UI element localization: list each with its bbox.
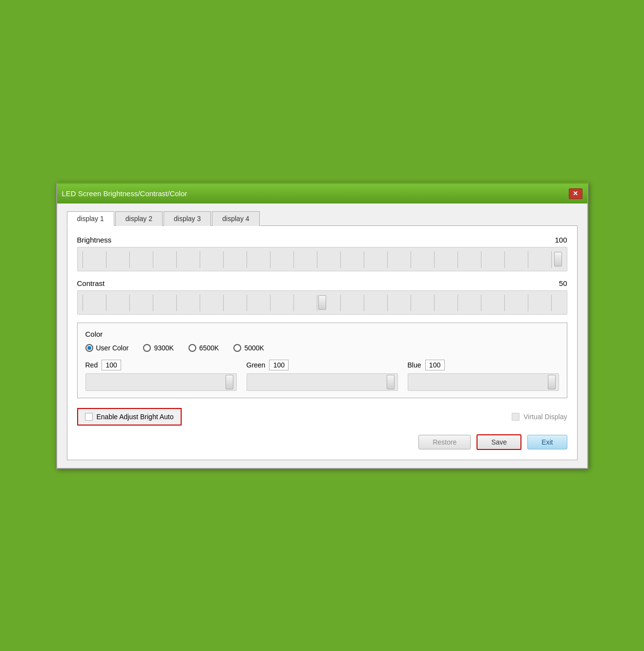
brightness-label: Brightness bbox=[77, 236, 112, 244]
radio-6500k[interactable]: 6500K bbox=[188, 344, 219, 352]
window-title: LED Screen Brightness/Contrast/Color bbox=[62, 189, 187, 198]
green-slider[interactable] bbox=[250, 381, 395, 383]
color-radio-row: User Color 9300K 6500K 5000K bbox=[85, 344, 559, 352]
green-value: 100 bbox=[269, 360, 289, 370]
enable-adjust-checkbox[interactable] bbox=[85, 413, 93, 421]
radio-5000k[interactable]: 5000K bbox=[233, 344, 264, 352]
tab-display-2[interactable]: display 2 bbox=[115, 211, 163, 226]
radio-6500k-label: 6500K bbox=[199, 344, 219, 352]
radio-5000k-label: 5000K bbox=[244, 344, 264, 352]
contrast-label-row: Contrast 50 bbox=[77, 279, 567, 287]
tab-bar: display 1 display 2 display 3 display 4 bbox=[67, 211, 578, 226]
radio-5000k-indicator bbox=[233, 344, 241, 352]
blue-slider-container[interactable] bbox=[408, 373, 559, 391]
red-label: Red bbox=[85, 361, 98, 369]
green-slider-container[interactable] bbox=[247, 373, 398, 391]
contrast-label: Contrast bbox=[77, 279, 105, 287]
green-label: Green bbox=[247, 361, 266, 369]
tab-display-4[interactable]: display 4 bbox=[212, 211, 259, 226]
red-slider[interactable] bbox=[89, 381, 233, 383]
rgb-row: Red 100 Green 100 bbox=[85, 360, 559, 391]
brightness-slider-container[interactable]: input[type=range]::-webkit-slider-thumb … bbox=[77, 247, 567, 271]
green-label-row: Green 100 bbox=[247, 360, 398, 370]
virtual-display-area: Virtual Display bbox=[512, 413, 567, 421]
restore-button[interactable]: Restore bbox=[418, 435, 471, 449]
brightness-value: 100 bbox=[555, 236, 567, 244]
tab-content: Brightness 100 input[type=range]::-webki… bbox=[67, 225, 578, 460]
blue-col: Blue 100 bbox=[408, 360, 559, 391]
main-window: LED Screen Brightness/Contrast/Color ✕ d… bbox=[56, 183, 588, 469]
exit-button[interactable]: Exit bbox=[527, 435, 567, 449]
radio-6500k-indicator bbox=[188, 344, 196, 352]
radio-9300k[interactable]: 9300K bbox=[143, 344, 173, 352]
radio-user-color-label: User Color bbox=[96, 344, 129, 352]
red-slider-container[interactable] bbox=[85, 373, 237, 391]
tab-display-1[interactable]: display 1 bbox=[67, 211, 114, 226]
window-body: display 1 display 2 display 3 display 4 … bbox=[57, 203, 587, 468]
save-button[interactable]: Save bbox=[477, 434, 521, 450]
blue-value: 100 bbox=[425, 360, 445, 370]
red-label-row: Red 100 bbox=[85, 360, 237, 370]
blue-slider[interactable] bbox=[411, 381, 556, 383]
green-col: Green 100 bbox=[247, 360, 398, 391]
radio-9300k-indicator bbox=[143, 344, 151, 352]
radio-user-color-indicator bbox=[85, 344, 93, 352]
contrast-slider-container[interactable] bbox=[77, 290, 567, 315]
blue-label-row: Blue 100 bbox=[408, 360, 559, 370]
radio-9300k-label: 9300K bbox=[154, 344, 173, 352]
color-section-title: Color bbox=[85, 330, 559, 338]
red-value: 100 bbox=[102, 360, 121, 370]
blue-label: Blue bbox=[408, 361, 421, 369]
buttons-row: Restore Save Exit bbox=[77, 434, 567, 450]
enable-adjust-bright-auto-area[interactable]: Enable Adjust Bright Auto bbox=[77, 408, 182, 426]
virtual-display-checkbox bbox=[512, 413, 519, 421]
enable-adjust-label: Enable Adjust Bright Auto bbox=[97, 413, 174, 421]
red-col: Red 100 bbox=[85, 360, 237, 391]
title-bar: LED Screen Brightness/Contrast/Color ✕ bbox=[57, 184, 587, 203]
contrast-slider[interactable] bbox=[83, 302, 562, 304]
virtual-display-label: Virtual Display bbox=[523, 413, 567, 421]
close-button[interactable]: ✕ bbox=[569, 188, 582, 199]
brightness-label-row: Brightness 100 bbox=[77, 236, 567, 244]
color-section: Color User Color 9300K 6500K bbox=[77, 323, 567, 398]
tab-display-3[interactable]: display 3 bbox=[164, 211, 211, 226]
contrast-value: 50 bbox=[559, 279, 567, 287]
brightness-slider[interactable] bbox=[83, 258, 562, 260]
bottom-row: Enable Adjust Bright Auto Virtual Displa… bbox=[77, 406, 567, 427]
radio-user-color[interactable]: User Color bbox=[85, 344, 129, 352]
